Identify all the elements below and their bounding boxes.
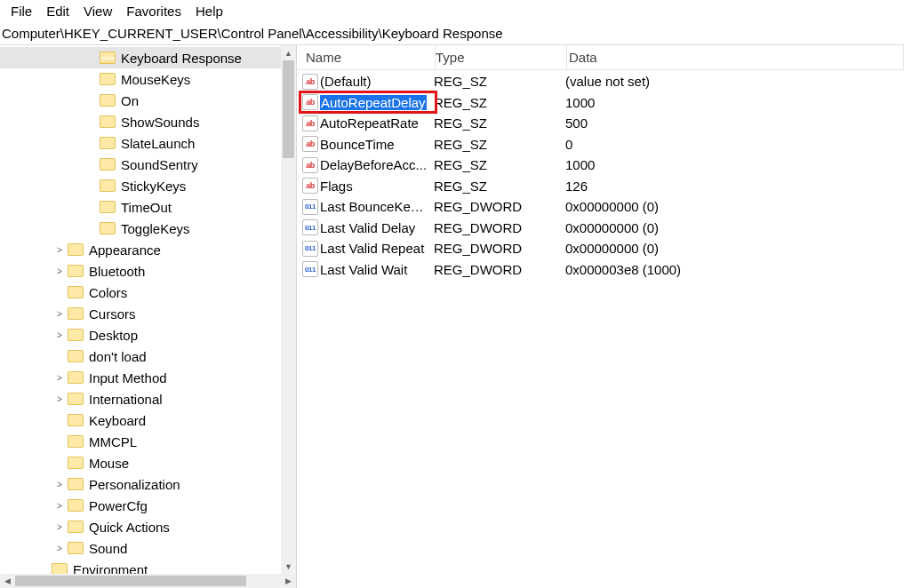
value-row[interactable]: AutoRepeatDelayREG_SZ1000 [297,92,904,114]
tree-item-label: Mouse [89,456,129,471]
scroll-up-icon[interactable]: ▲ [281,45,296,60]
tree-item-label: Personalization [89,477,180,492]
value-type: REG_SZ [434,157,565,172]
address-bar[interactable]: Computer\HKEY_CURRENT_USER\Control Panel… [0,24,904,44]
value-row[interactable]: (Default)REG_SZ(value not set) [297,71,904,92]
folder-icon [52,563,68,574]
expand-icon[interactable]: > [53,499,66,512]
folder-icon [100,179,116,192]
folder-icon [68,435,84,448]
tree-item[interactable]: >Desktop [0,324,296,346]
tree-item-label: ShowSounds [121,115,199,130]
column-headers: Name Type Data [297,45,904,70]
tree-item[interactable]: >Sound [0,537,296,559]
value-name: BounceTime [320,137,434,152]
scroll-thumb[interactable] [283,60,294,158]
value-row[interactable]: AutoRepeatRateREG_SZ500 [297,113,904,134]
tree-item[interactable]: >Input Method [0,367,296,388]
scroll-right-icon[interactable]: ▶ [281,574,296,588]
value-row[interactable]: DelayBeforeAcc...REG_SZ1000 [297,155,904,176]
expand-spacer [85,52,98,64]
value-type: REG_DWORD [434,262,565,277]
expand-icon[interactable]: > [53,307,66,320]
scroll-thumb[interactable] [15,576,246,586]
value-type: REG_DWORD [434,220,565,235]
expand-spacer [37,563,50,574]
tree-item[interactable]: ShowSounds [0,111,296,132]
column-header-name[interactable]: Name [297,45,436,69]
value-row[interactable]: Last Valid RepeatREG_DWORD0x00000000 (0) [297,238,904,259]
tree-item[interactable]: On [0,90,296,111]
tree-item[interactable]: TimeOut [0,196,296,218]
value-row[interactable]: Last Valid WaitREG_DWORD0x000003e8 (1000… [297,259,904,281]
tree-item[interactable]: StickyKeys [0,175,296,196]
expand-spacer [85,137,98,149]
expand-icon[interactable]: > [53,520,66,533]
tree-item-label: ToggleKeys [121,221,190,236]
tree-item[interactable]: >Appearance [0,239,296,260]
value-data: 0x00000000 (0) [565,241,904,256]
tree-item[interactable]: Mouse [0,452,296,473]
expand-spacer [85,115,98,128]
tree-item[interactable]: SoundSentry [0,154,296,175]
tree-item[interactable]: >PowerCfg [0,495,296,516]
tree-pane: Keyboard ResponseMouseKeysOnShowSoundsSl… [0,45,297,588]
value-row[interactable]: Last BounceKey ...REG_DWORD0x00000000 (0… [297,196,904,218]
scroll-down-icon[interactable]: ▼ [281,559,296,574]
value-name: Last Valid Wait [320,262,434,277]
expand-icon[interactable]: > [53,265,66,277]
tree-item[interactable]: don't load [0,346,296,367]
tree-item[interactable]: >Quick Actions [0,516,296,537]
tree-item[interactable]: >Personalization [0,473,296,495]
scroll-left-icon[interactable]: ◀ [0,574,15,588]
value-row[interactable]: BounceTimeREG_SZ0 [297,134,904,155]
dword-value-icon [302,199,318,215]
value-name: Last BounceKey ... [320,199,434,214]
menu-help[interactable]: Help [190,2,232,20]
tree-item-label: Desktop [89,328,138,343]
tree-item-label: International [89,392,163,407]
string-value-icon [302,94,318,110]
folder-icon [68,265,84,277]
expand-icon[interactable]: > [53,371,66,384]
tree-item[interactable]: SlateLaunch [0,132,296,154]
menu-view[interactable]: View [78,2,121,20]
tree-item[interactable]: ToggleKeys [0,218,296,239]
tree-item[interactable]: MouseKeys [0,68,296,90]
string-value-icon [302,136,318,152]
tree-horizontal-scrollbar[interactable]: ◀ ▶ [0,574,296,588]
column-header-type[interactable]: Type [436,45,567,69]
tree-item-label: Quick Actions [89,520,170,535]
value-row[interactable]: FlagsREG_SZ126 [297,176,904,197]
tree-item[interactable]: Keyboard Response [0,47,296,68]
tree-item[interactable]: >International [0,388,296,409]
folder-icon [100,94,116,107]
expand-icon[interactable]: > [53,478,66,490]
dword-value-icon [302,261,318,277]
expand-spacer [85,94,98,107]
tree-item[interactable]: >Cursors [0,303,296,324]
expand-spacer [85,201,98,213]
value-row[interactable]: Last Valid DelayREG_DWORD0x00000000 (0) [297,218,904,239]
tree-vertical-scrollbar[interactable]: ▲ ▼ [281,45,296,574]
tree-item-label: SoundSentry [121,157,198,172]
tree-item[interactable]: MMCPL [0,431,296,452]
tree-item[interactable]: Environment [0,559,296,574]
folder-icon [68,393,84,405]
tree-item[interactable]: Colors [0,282,296,303]
value-type: REG_SZ [434,179,565,194]
menu-edit[interactable]: Edit [41,2,78,20]
tree-item-label: Bluetooth [89,264,145,279]
expand-icon[interactable]: > [53,329,66,341]
menu-favorites[interactable]: Favorites [121,2,190,20]
tree-item-label: Appearance [89,242,161,258]
expand-icon[interactable]: > [53,243,66,256]
value-name: Flags [320,179,434,194]
tree-item[interactable]: Keyboard [0,409,296,431]
expand-icon[interactable]: > [53,542,66,554]
menu-file[interactable]: File [5,2,41,20]
tree-item[interactable]: >Bluetooth [0,260,296,282]
column-header-data[interactable]: Data [567,45,904,69]
expand-icon[interactable]: > [53,393,66,405]
expand-spacer [85,222,98,234]
